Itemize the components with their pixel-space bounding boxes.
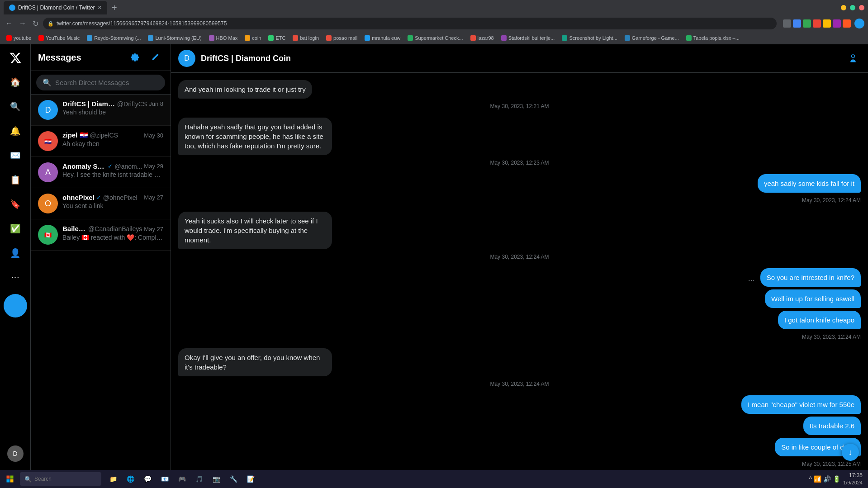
conversation-name: ohnePixel [62, 194, 95, 201]
taskbar-apps: 📁 🌐 💬 📧 🎮 🎵 📷 🔧 📝 [105, 471, 259, 487]
bookmark-mail[interactable]: posao mail [323, 34, 360, 42]
extension-5[interactable] [823, 19, 831, 28]
taskbar-app-game[interactable]: 🎮 [174, 471, 190, 487]
sidebar-item-messages[interactable]: ✉️ [4, 144, 27, 166]
message-timestamp: May 30, 2023, 12:24 AM [178, 254, 861, 260]
chat-messages: And yeah im looking to trade it or just … [171, 73, 868, 470]
message-bubble: Hahaha yeah sadly that guy you had added… [178, 118, 332, 155]
message-timestamp: May 30, 2023, 12:21 AM [178, 103, 861, 109]
bookmark-favicon [501, 35, 507, 41]
sidebar-item-home[interactable]: 🏠 [4, 71, 27, 93]
twitter-logo[interactable] [6, 49, 24, 67]
taskbar-app-misc3[interactable]: 🔧 [225, 471, 242, 487]
compose-icon-button[interactable] [148, 50, 163, 65]
conversation-item[interactable]: O ohnePixel ✓ @ohnePixel May 27 You sent… [31, 188, 171, 219]
search-input[interactable] [55, 79, 159, 86]
messages-panel-title: Messages [38, 52, 81, 63]
sidebar-item-verified[interactable]: ✅ [4, 217, 27, 240]
bookmark-gameforge[interactable]: Gameforge - Game... [622, 34, 682, 42]
volume-icon[interactable]: 🔊 [823, 475, 831, 483]
conversation-item[interactable]: A Anomaly Skins - ... ✓ @anom... May 29 … [31, 157, 171, 188]
extension-2[interactable] [793, 19, 801, 28]
active-tab[interactable]: DriftCS | Diamond Coin / Twitter × [4, 1, 107, 14]
settings-icon-button[interactable] [127, 50, 142, 65]
conversation-item[interactable]: 🇨🇦 Bailey 🇨🇦 @CanadianBaileys May 27 Bai… [31, 219, 171, 251]
taskbar-search-icon: 🔍 [24, 476, 32, 483]
reload-button[interactable]: ↻ [31, 18, 40, 30]
sidebar-item-lists[interactable]: 📋 [4, 168, 27, 191]
taskbar-app-misc2[interactable]: 📷 [208, 471, 224, 487]
system-tray-expand[interactable]: ^ [809, 475, 812, 483]
conversation-header: DriftCS | Diamond Coin @DriftyCS Jun 8 [62, 100, 163, 108]
minimize-button[interactable] [841, 5, 846, 10]
close-button[interactable] [859, 5, 864, 10]
tweet-button[interactable] [4, 294, 27, 317]
sidebar-item-explore[interactable]: 🔍 [4, 95, 27, 118]
taskbar-app-discord[interactable]: 💬 [139, 471, 156, 487]
taskbar-app-chrome[interactable]: 🌐 [122, 471, 138, 487]
battery-icon[interactable]: 🔋 [833, 475, 840, 483]
taskbar-search-input[interactable] [34, 476, 89, 482]
bookmark-ytmusic[interactable]: YouTube Music [36, 34, 82, 42]
bookmark-screenshot[interactable]: Screenshot by Light... [559, 34, 620, 42]
svg-rect-3 [10, 479, 14, 483]
bookmark-etc[interactable]: ETC [266, 34, 288, 42]
sidebar-item-notifications[interactable]: 🔔 [4, 119, 27, 142]
bookmark-favicon [6, 35, 12, 41]
new-tab-button[interactable]: + [109, 3, 120, 13]
bookmark-bat[interactable]: bat login [290, 34, 322, 42]
sidebar-item-profile[interactable]: 👤 [4, 242, 27, 264]
extension-1[interactable] [783, 19, 791, 28]
taskbar-app-misc1[interactable]: 🎵 [191, 471, 207, 487]
network-icon[interactable]: 📶 [814, 475, 821, 483]
browser-profile-icon[interactable] [854, 19, 864, 28]
tab-close-button[interactable]: × [98, 4, 102, 12]
search-wrapper[interactable]: 🔍 [36, 75, 165, 90]
conversation-date: Jun 8 [149, 100, 163, 107]
bookmark-mranula[interactable]: mranula euw [362, 34, 403, 42]
svg-rect-0 [7, 476, 10, 479]
message-actions-icon[interactable]: ··· [746, 274, 757, 287]
maximize-button[interactable] [850, 5, 855, 10]
back-button[interactable]: ← [4, 18, 14, 29]
extension-4[interactable] [813, 19, 821, 28]
bookmarks-bar: youtube YouTube Music Reydo-Stormwing (.… [0, 32, 868, 44]
messages-icon: ✉️ [10, 150, 21, 161]
bookmark-coin[interactable]: coin [242, 34, 264, 42]
conversation-date: May 29 [144, 163, 163, 170]
message-row: ··· So you are intrested in knife? [178, 268, 861, 287]
conversation-item[interactable]: 🇭🇷 zipel 🇭🇷 @zipelCS May 30 Ah okay then [31, 126, 171, 157]
taskbar-app-explorer[interactable]: 📁 [105, 471, 121, 487]
taskbar-search[interactable]: 🔍 [20, 472, 101, 486]
message-group: Hahaha yeah sadly that guy you had added… [178, 118, 861, 169]
conversation-name: zipel 🇭🇷 [62, 131, 88, 139]
conversation-name: Anomaly Skins - ... [62, 162, 106, 170]
notifications-icon: 🔔 [10, 126, 21, 136]
extension-6[interactable] [833, 19, 841, 28]
taskbar-start-button[interactable] [2, 471, 18, 487]
scroll-to-bottom-button[interactable]: ↓ [842, 444, 859, 461]
sidebar-item-more[interactable]: ⋯ [4, 266, 27, 289]
extension-7[interactable] [843, 19, 851, 28]
bookmark-supermarket[interactable]: Supermarket Check... [405, 34, 465, 42]
bookmark-tabela[interactable]: Tabela popis.xlsx –... [683, 34, 742, 42]
chat-info-button[interactable] [845, 51, 861, 66]
taskbar-app-email[interactable]: 📧 [157, 471, 173, 487]
url-bar[interactable]: 🔒 twitter.com/messages/11566696579794698… [43, 18, 777, 29]
bookmark-reydo[interactable]: Reydo-Stormwing (... [84, 34, 143, 42]
user-profile-button[interactable]: D [4, 442, 27, 465]
taskbar-clock[interactable]: 17:35 1/9/2024 [843, 472, 863, 486]
bookmark-lazar[interactable]: lazar98 [468, 34, 497, 42]
message-group: Okay I'll give you an offer, do you know… [178, 348, 861, 390]
bookmark-hbo[interactable]: HBO Max [206, 34, 241, 42]
sidebar-item-bookmarks[interactable]: 🔖 [4, 193, 27, 215]
bookmark-youtube[interactable]: youtube [4, 34, 34, 42]
forward-button[interactable]: → [17, 18, 28, 29]
bookmark-luni[interactable]: Luni-Stormwing (EU) [145, 34, 204, 42]
bookmark-stafordski[interactable]: Stafordski bul terije... [498, 34, 558, 42]
conversation-content: DriftCS | Diamond Coin @DriftyCS Jun 8 Y… [62, 100, 163, 116]
conversation-date: May 30 [144, 132, 163, 139]
extension-3[interactable] [803, 19, 811, 28]
taskbar-app-misc4[interactable]: 📝 [242, 471, 259, 487]
conversation-item[interactable]: D DriftCS | Diamond Coin @DriftyCS Jun 8… [31, 95, 171, 126]
